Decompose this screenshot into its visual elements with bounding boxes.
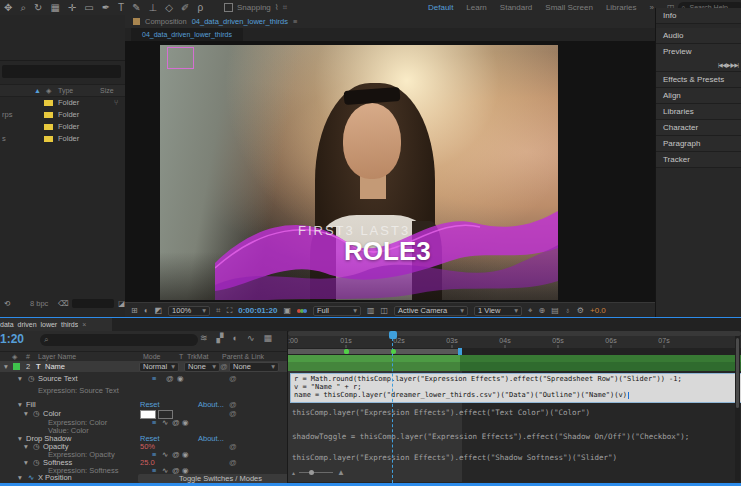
work-area-end-handle[interactable] xyxy=(458,348,462,355)
layer-selection-box[interactable] xyxy=(167,47,194,69)
layer-name[interactable]: Name xyxy=(45,361,65,372)
mask-visibility-icon[interactable]: ◩ xyxy=(155,306,163,315)
exposure-value[interactable]: +0.0 xyxy=(590,306,606,315)
channel-rgb-icon[interactable] xyxy=(297,309,307,313)
expression-line[interactable]: r = Math.round(thisComp.layer("Expressio… xyxy=(294,375,739,383)
panel-header-align[interactable]: Align xyxy=(656,88,741,104)
reset-button[interactable]: Reset xyxy=(140,400,160,409)
twirl-icon[interactable]: ▾ xyxy=(18,374,22,383)
bit-depth-label[interactable]: 8 bpc xyxy=(30,296,48,311)
parent-pickwhip-icon[interactable]: @ xyxy=(229,400,237,409)
timeline-zoom-control[interactable]: ▴ ▲ xyxy=(292,468,345,477)
layer-row[interactable]: ▾ 2 T Name Normal ▾ None ▾ @ None ▾ xyxy=(0,361,287,372)
rotate-tool-icon[interactable]: ↻ xyxy=(34,2,42,13)
folder-color-chip[interactable] xyxy=(44,136,53,142)
tag-column-icon[interactable]: ◈ xyxy=(46,85,51,96)
panel-header-effects-presets[interactable]: Effects & Presets xyxy=(656,72,741,88)
camera-view-dropdown[interactable]: Active Camera ▾ xyxy=(394,306,468,316)
pen-tool-icon[interactable]: ✒ xyxy=(102,2,110,13)
graph-icon[interactable]: ∿ xyxy=(28,473,34,482)
timeline-timecode[interactable]: 0:00:01:20 xyxy=(0,332,24,346)
pan-behind-tool-icon[interactable]: ✛ xyxy=(68,2,76,13)
prop-label-expr-source-text[interactable]: Expression: Source Text xyxy=(38,386,119,395)
safe-zones-icon[interactable]: ⛶ xyxy=(227,306,233,316)
prop-label-x-position[interactable]: X Position xyxy=(38,473,72,482)
roto-brush-tool-icon[interactable]: ✐ xyxy=(181,2,189,13)
zoom-in-mountain-icon[interactable]: ▲ xyxy=(337,468,345,477)
trash-icon[interactable]: ⌫ xyxy=(58,296,69,311)
layer-bar[interactable] xyxy=(288,362,741,371)
playhead-line[interactable] xyxy=(392,338,393,483)
panel-header-paragraph[interactable]: Paragraph xyxy=(656,136,741,152)
project-search-field[interactable] xyxy=(2,65,121,78)
snapping-option2-icon[interactable]: ⌗ xyxy=(283,3,288,13)
zoom-slider-handle[interactable] xyxy=(309,470,314,475)
expression-editor[interactable]: r = Math.round(thisComp.layer("Expressio… xyxy=(290,373,741,403)
layer-bar[interactable] xyxy=(288,355,741,362)
composition-tab[interactable]: 04_data_driven_lower_thirds xyxy=(131,28,243,41)
interpret-footage-icon[interactable]: ⟲ xyxy=(4,296,10,311)
stopwatch-icon[interactable]: ◷ xyxy=(28,374,35,383)
project-row-folder[interactable]: Folder xyxy=(0,121,125,133)
view-layout-dropdown[interactable]: 1 View ▾ xyxy=(474,306,522,316)
clone-stamp-tool-icon[interactable]: ⊥ xyxy=(149,2,158,13)
twirl-icon[interactable]: ▾ xyxy=(24,409,28,418)
layer-color-chip[interactable] xyxy=(13,363,20,370)
panel-header-audio[interactable]: Audio xyxy=(656,28,741,44)
project-row-folder[interactable]: Folder ⑂ xyxy=(0,97,125,109)
zoom-slider-track[interactable] xyxy=(299,472,333,473)
prop-label-color[interactable]: Color xyxy=(43,409,61,418)
expression-field-shadow-softness[interactable]: thisComp.layer("Expression Effects").eff… xyxy=(292,453,617,462)
panel-header-tracker[interactable]: Tracker xyxy=(656,152,741,168)
snapping-checkbox[interactable] xyxy=(224,3,233,12)
composition-viewer[interactable]: FIRST3 LAST3 ROLE3 xyxy=(125,41,655,302)
twirl-icon[interactable]: ▾ xyxy=(18,473,22,482)
blend-mode-dropdown[interactable]: Normal ▾ xyxy=(139,362,179,372)
folder-color-chip[interactable] xyxy=(44,112,53,118)
keyframe-dot[interactable] xyxy=(344,349,349,354)
workspace-overflow-icon[interactable]: » xyxy=(650,3,654,12)
panel-menu-icon[interactable]: ≡ xyxy=(293,17,297,26)
folder-color-chip[interactable] xyxy=(44,100,53,106)
gear-icon[interactable]: ⚙ xyxy=(577,306,584,315)
comp-timecode[interactable]: 0:00:01:20 xyxy=(238,306,277,315)
eraser-tool-icon[interactable]: ◇ xyxy=(165,2,173,13)
view3d-icon[interactable]: ♁ xyxy=(565,306,571,315)
close-icon[interactable]: × xyxy=(82,321,86,328)
expression-field-text-color[interactable]: thisComp.layer("Expression Effects").eff… xyxy=(292,408,590,417)
comp-mini-flowchart-icon[interactable]: ▦ xyxy=(263,333,272,343)
keyframe-dot[interactable] xyxy=(391,349,396,354)
type-column-header[interactable]: Type xyxy=(58,85,73,96)
parent-pickwhip-icon[interactable]: @ xyxy=(229,409,237,418)
work-area-bar[interactable] xyxy=(288,349,460,354)
twirl-icon[interactable]: ▾ xyxy=(18,400,22,409)
camera-tool-icon[interactable]: ▦ xyxy=(50,2,59,13)
sort-arrow-icon[interactable]: ▲ xyxy=(34,85,41,96)
workspace-libraries[interactable]: Libraries xyxy=(606,3,637,12)
zoom-tool-icon[interactable]: ⌕ xyxy=(20,2,26,14)
prop-label-fill[interactable]: Fill xyxy=(26,400,36,409)
region-of-interest-icon[interactable]: ⊞ xyxy=(131,306,138,315)
graph-editor-icon[interactable]: ∿ xyxy=(247,333,255,343)
preview-transport-controls[interactable]: |◀ ◀| ▶ |▶ ▶| xyxy=(656,59,741,72)
composition-header-name[interactable]: 04_data_driven_lower_thirds xyxy=(192,17,288,26)
expression-target-icon[interactable]: ◉ xyxy=(177,374,184,383)
snapping-option-icon[interactable]: ⌇ xyxy=(275,3,279,12)
snapping-control[interactable]: Snapping ⌇ ⌗ xyxy=(224,3,287,13)
toggle-switches-button[interactable]: Toggle Switches / Modes xyxy=(138,474,303,483)
workspace-small-screen[interactable]: Small Screen xyxy=(545,3,593,12)
grid-icon[interactable]: ⌗ xyxy=(216,306,221,316)
timeline-search-box[interactable]: ⌕ xyxy=(40,334,198,346)
prop-label-source-text[interactable]: Source Text xyxy=(38,374,77,383)
rectangle-tool-icon[interactable]: ▭ xyxy=(84,2,93,13)
timeline-timecode-clip[interactable]: 0:00:01:20 xyxy=(0,332,24,346)
parent-pickwhip-icon[interactable]: @ xyxy=(229,374,237,383)
parent-dropdown[interactable]: None ▾ xyxy=(229,362,279,372)
folder-color-chip[interactable] xyxy=(44,124,53,130)
panel-header-character[interactable]: Character xyxy=(656,120,741,136)
timeline-jump-icon[interactable]: ⊕ xyxy=(539,306,546,315)
motion-blur-icon[interactable]: ◐ xyxy=(232,333,237,343)
pixel-aspect-icon[interactable]: ⌖ xyxy=(528,306,533,316)
size-column-header[interactable]: Size xyxy=(100,85,114,96)
workspace-learn[interactable]: Learn xyxy=(466,3,486,12)
